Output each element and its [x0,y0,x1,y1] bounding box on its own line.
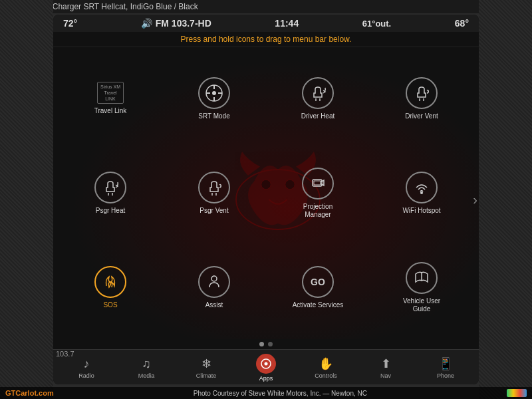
media-nav-label: Media [138,372,155,379]
right-arrow-button[interactable]: › [473,192,477,207]
projection-manager-icon [302,168,334,200]
instruction-bar: Press and hold icons to drag to menu bar… [53,32,479,47]
vehicle-user-guide-app[interactable]: Vehicle UserGuide [371,242,472,334]
travel-link-stack: Sirius XM Travel LINK [97,82,124,104]
nav-bar: ♪ Radio ♫ Media ❄ Climate Apps ✋ Control… [53,349,479,384]
activate-services-icon: GO [302,266,334,298]
psgr-vent-icon [198,172,230,203]
svg-point-19 [420,192,423,194]
radio-nav-icon: ♪ [84,357,90,371]
activate-services-label: Activate Services [293,301,344,309]
apps-nav-icon [256,354,276,374]
controls-nav-icon: ✋ [319,356,333,371]
svg-rect-18 [314,181,321,185]
travel-link-line1: Sirius XM [100,84,120,90]
climate-nav-label: Climate [196,372,217,379]
psgr-heat-label: Psgr Heat [96,207,125,215]
activate-services-app[interactable]: GO Activate Services [267,242,368,334]
nav-apps[interactable]: Apps [236,354,296,382]
navigation-nav-icon: ⬆ [381,356,391,371]
driver-heat-icon [302,77,334,109]
right-temp: 68° [455,18,469,29]
radio-nav-label: Radio [78,372,94,379]
sos-app[interactable]: SOS [60,242,161,334]
psgr-heat-app[interactable]: Psgr Heat [60,147,161,239]
assist-label: Assist [205,301,223,309]
psgr-vent-app[interactable]: Psgr Vent [164,147,265,239]
apps-nav-label: Apps [259,375,273,382]
pagination-dot-1 [259,342,264,346]
outside-temp: 61°out. [362,19,391,29]
travel-link-line3: LINK [100,96,120,102]
vehicle-user-guide-label: Vehicle UserGuide [403,297,440,313]
wifi-hotspot-label: WiFi Hotspot [402,207,440,215]
phone-nav-label: Phone [437,372,454,379]
radio-station: FM 103.7-HD [156,18,211,29]
driver-vent-app[interactable]: Driver Vent [371,53,472,144]
svg-point-4 [212,91,216,95]
projection-manager-app[interactable]: ProjectionManager [267,147,368,239]
travel-link-app[interactable]: Sirius XM Travel LINK Travel Link [60,53,161,144]
driver-heat-app[interactable]: Driver Heat [267,53,368,144]
media-nav-icon: ♫ [142,357,151,371]
top-bar: 2018 Dodge Charger SRT Hellcat, IndiGo B… [0,0,532,13]
srt-mode-app[interactable]: SRT Mode [164,53,265,144]
photo-credit-bar: GTCarlot.com Photo Courtesy of Steve Whi… [0,387,532,399]
radio-station-display: 103.7 [56,350,74,358]
sos-label: SOS [103,301,117,309]
carbon-left-panel [0,0,53,399]
nav-climate[interactable]: ❄ Climate [176,356,236,379]
pagination [53,339,479,349]
svg-point-23 [265,362,268,366]
radio-icon: 🔊 [141,18,152,29]
climate-nav-icon: ❄ [201,356,211,371]
nav-radio[interactable]: ♪ Radio [57,357,116,379]
apps-grid: Sirius XM Travel LINK Travel Link SRT Mo… [53,47,479,339]
photo-credit-text: Photo Courtesy of Steve White Motors, In… [194,390,367,397]
pagination-dot-2 [268,342,273,346]
interior-temp: 72° [63,18,77,29]
wifi-hotspot-icon [406,172,438,203]
nav-navigation[interactable]: ⬆ Nav [356,356,416,379]
vehicle-user-guide-icon [406,262,438,294]
color-strip [507,389,527,397]
driver-vent-icon [406,77,438,109]
nav-controls[interactable]: ✋ Controls [296,356,356,379]
navigation-nav-label: Nav [380,372,391,379]
infotainment-screen: 72° 🔊 FM 103.7-HD 11:44 61°out. 68° Pres… [53,15,479,384]
assist-app[interactable]: Assist [164,242,265,334]
projection-manager-label: ProjectionManager [303,203,332,219]
srt-mode-label: SRT Mode [198,112,229,120]
carbon-right-panel [479,0,532,399]
driver-vent-label: Driver Vent [405,112,438,120]
controls-nav-label: Controls [315,372,337,379]
travel-link-label: Travel Link [94,107,127,115]
phone-nav-icon: 📱 [438,356,453,371]
psgr-vent-label: Psgr Vent [200,207,228,215]
assist-icon [198,266,230,298]
instruction-text: Press and hold icons to drag to menu bar… [181,35,352,44]
driver-heat-label: Driver Heat [301,112,335,120]
radio-info: 🔊 FM 103.7-HD [141,18,211,29]
srt-mode-icon [198,77,230,109]
wifi-hotspot-app[interactable]: WiFi Hotspot [371,147,472,239]
nav-phone[interactable]: 📱 Phone [416,356,475,379]
status-bar: 72° 🔊 FM 103.7-HD 11:44 61°out. 68° [53,15,479,32]
nav-media[interactable]: ♫ Media [116,357,176,379]
sos-icon [94,266,126,298]
current-time: 11:44 [275,18,299,29]
travel-link-line2: Travel [100,90,120,96]
gtcarlot-logo: GTCarlot.com [5,389,54,397]
psgr-heat-icon [94,172,126,203]
svg-point-20 [211,276,217,281]
